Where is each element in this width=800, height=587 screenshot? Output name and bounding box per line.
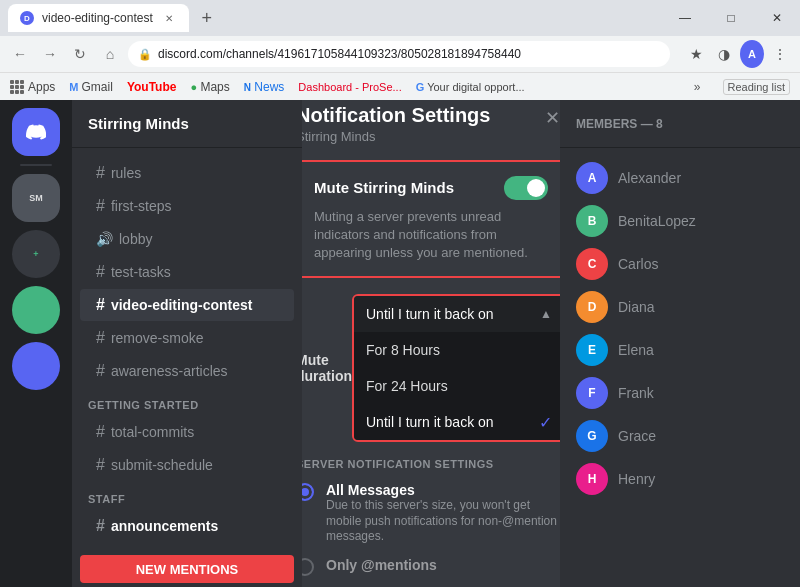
bookmark-gmail[interactable]: M Gmail: [69, 80, 113, 94]
mute-toggle[interactable]: [504, 176, 548, 200]
channel-item-rules[interactable]: # rules: [80, 157, 294, 189]
menu-button[interactable]: ⋮: [768, 42, 792, 66]
channel-name-remove-smoke: remove-smoke: [111, 330, 204, 346]
dropdown-option-forever[interactable]: Until I turn it back on ✓: [354, 404, 560, 440]
member-item-6[interactable]: F Frank: [568, 372, 792, 414]
channel-hash-icon-7: #: [96, 423, 105, 441]
radio-circle-mentions: [302, 558, 314, 576]
bookmark-news[interactable]: N News: [244, 80, 285, 94]
channel-item-announcements[interactable]: # announcements: [80, 510, 294, 542]
radio-text-all: All Messages Due to this server's size, …: [326, 482, 560, 545]
channel-item-video-editing[interactable]: # video-editing-contest: [80, 289, 294, 321]
profile-avatar: A: [740, 40, 764, 68]
radio-desc-all: Due to this server's size, you won't get…: [326, 498, 560, 545]
member-avatar-3: C: [576, 248, 608, 280]
refresh-button[interactable]: ↻: [68, 42, 92, 66]
channel-list: # rules # first-steps 🔊 lobby # test-tas…: [72, 148, 302, 551]
member-avatar-7: G: [576, 420, 608, 452]
member-item-4[interactable]: D Diana: [568, 286, 792, 328]
channel-item-total-commits[interactable]: # total-commits: [80, 416, 294, 448]
radio-only-mentions[interactable]: Only @mentions: [302, 557, 560, 576]
member-list: A Alexander B BenitaLopez C Carlos D Dia…: [560, 148, 800, 587]
server-name-text: Stirring Minds: [88, 115, 189, 132]
modal-header: Notification Settings Stirring Minds ✕: [302, 100, 560, 144]
channel-item-test-tasks[interactable]: # test-tasks: [80, 256, 294, 288]
lock-icon: 🔒: [138, 48, 152, 61]
server-icon-5[interactable]: [12, 342, 60, 390]
member-item-5[interactable]: E Elena: [568, 329, 792, 371]
channel-name-awareness-articles: awareness-articles: [111, 363, 228, 379]
modal-title: Notification Settings: [302, 104, 490, 127]
member-avatar-2: B: [576, 205, 608, 237]
browser-tab-active[interactable]: D video-editing-contest ✕: [8, 4, 189, 32]
mute-duration-dropdown[interactable]: Until I turn it back on ▲ For 8 Hours Fo…: [352, 294, 560, 442]
modal-body: Mute Stirring Minds Muting a server prev…: [302, 144, 560, 588]
dropdown-header[interactable]: Until I turn it back on ▲: [354, 296, 560, 332]
maximize-button[interactable]: □: [708, 0, 754, 36]
new-tab-button[interactable]: +: [193, 4, 221, 32]
channel-item-learning[interactable]: # learning-knowledge-re...: [80, 543, 294, 551]
server-icon-2[interactable]: SM: [12, 174, 60, 222]
minimize-button[interactable]: —: [662, 0, 708, 36]
profile-button[interactable]: A: [740, 42, 764, 66]
mute-duration-row: Mute duration Until I turn it back on ▲ …: [302, 294, 560, 442]
modal-close-button[interactable]: ✕: [538, 104, 560, 132]
url-text: discord.com/channels/419617105844109323/…: [158, 47, 521, 61]
server-name-header[interactable]: Stirring Minds: [72, 100, 302, 148]
mute-section: Mute Stirring Minds Muting a server prev…: [302, 160, 560, 279]
server-notifications-label: SERVER NOTIFICATION SETTINGS: [302, 458, 560, 470]
server-icon-4[interactable]: [12, 286, 60, 334]
dropdown-option-24h[interactable]: For 24 Hours: [354, 368, 560, 404]
server-icon-active[interactable]: [12, 108, 60, 156]
right-sidebar: MEMBERS — 8 A Alexander B BenitaLopez C …: [560, 100, 800, 587]
reading-list-button[interactable]: Reading list: [723, 79, 790, 95]
member-item-2[interactable]: B BenitaLopez: [568, 200, 792, 242]
channel-hash-icon-6: #: [96, 362, 105, 380]
member-item-1[interactable]: A Alexander: [568, 157, 792, 199]
mute-header: Mute Stirring Minds: [314, 176, 548, 200]
extensions-button[interactable]: ◑: [712, 42, 736, 66]
bookmark-maps[interactable]: ● Maps: [190, 80, 229, 94]
dropdown-option-8h[interactable]: For 8 Hours: [354, 332, 560, 368]
main-content: # video-editing-contest 🔗 🔔 📌 👥 🔍 Notifi…: [302, 100, 560, 587]
bookmark-star-button[interactable]: ★: [684, 42, 708, 66]
bookmark-youtube[interactable]: YouTube: [127, 80, 177, 94]
browser-chrome: D video-editing-contest ✕ + — □ ✕ ← → ↻ …: [0, 0, 800, 100]
mute-title: Mute Stirring Minds: [314, 179, 454, 196]
members-header-text: MEMBERS — 8: [576, 117, 663, 131]
member-name-6: Frank: [618, 385, 654, 401]
home-button[interactable]: ⌂: [98, 42, 122, 66]
channel-item-submit-schedule[interactable]: # submit-schedule: [80, 449, 294, 481]
window-controls: — □ ✕: [662, 0, 800, 36]
member-name-2: BenitaLopez: [618, 213, 696, 229]
member-avatar-1: A: [576, 162, 608, 194]
new-mentions-bar[interactable]: NEW MENTIONS: [80, 555, 294, 583]
channel-item-remove-smoke[interactable]: # remove-smoke: [80, 322, 294, 354]
radio-label-all: All Messages: [326, 482, 560, 498]
bookmark-google[interactable]: G Your digital opport...: [416, 81, 525, 93]
channel-item-first-steps[interactable]: # first-steps: [80, 190, 294, 222]
member-item-7[interactable]: G Grace: [568, 415, 792, 457]
bookmarks-more-button[interactable]: »: [694, 80, 701, 94]
forward-button[interactable]: →: [38, 42, 62, 66]
member-item-8[interactable]: H Henry: [568, 458, 792, 500]
channel-hash-icon-10: #: [96, 550, 105, 551]
radio-all-messages[interactable]: All Messages Due to this server's size, …: [302, 482, 560, 545]
member-name-3: Carlos: [618, 256, 658, 272]
category-getting-started: GETTING STARTED: [72, 395, 302, 415]
channel-item-lobby[interactable]: 🔊 lobby: [80, 223, 294, 255]
member-name-1: Alexander: [618, 170, 681, 186]
bookmark-apps[interactable]: Apps: [10, 80, 55, 94]
channel-item-awareness-articles[interactable]: # awareness-articles: [80, 355, 294, 387]
address-bar[interactable]: 🔒 discord.com/channels/41961710584410932…: [128, 41, 670, 67]
tab-close-button[interactable]: ✕: [161, 10, 177, 26]
close-button[interactable]: ✕: [754, 0, 800, 36]
member-item-3[interactable]: C Carlos: [568, 243, 792, 285]
tab-title: video-editing-contest: [42, 11, 153, 25]
channel-name-test-tasks: test-tasks: [111, 264, 171, 280]
server-icon-3[interactable]: +: [12, 230, 60, 278]
bookmark-pinterest[interactable]: Dashboard - ProSe...: [298, 81, 401, 93]
back-button[interactable]: ←: [8, 42, 32, 66]
channel-name-video-editing: video-editing-contest: [111, 297, 253, 313]
modal-overlay: Notification Settings Stirring Minds ✕ M…: [302, 100, 560, 587]
